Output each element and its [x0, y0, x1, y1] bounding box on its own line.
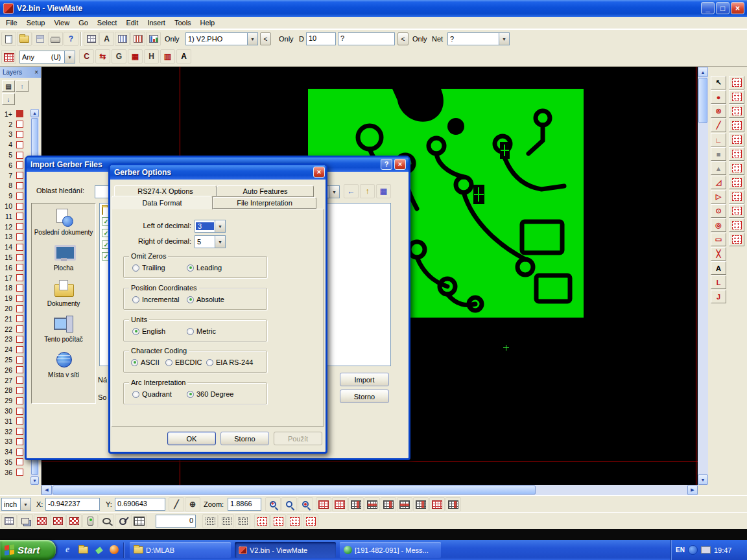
- layer-row[interactable]: 3: [0, 130, 30, 140]
- dcode-query-field[interactable]: ?: [338, 32, 395, 45]
- filled-rect-icon[interactable]: ■: [711, 147, 726, 161]
- cross-lines-icon[interactable]: ╳: [711, 247, 726, 261]
- count-field[interactable]: 0: [156, 515, 196, 528]
- layer-color-swatch[interactable]: [16, 161, 23, 169]
- pad-select-icon-3[interactable]: [287, 514, 302, 528]
- import-button[interactable]: Import: [340, 373, 389, 386]
- swap-tool-icon[interactable]: ⇆: [95, 49, 110, 64]
- menu-file[interactable]: File: [1, 18, 22, 28]
- radio-english[interactable]: English: [132, 327, 165, 335]
- layer-row[interactable]: 2: [0, 119, 30, 130]
- menu-select[interactable]: Select: [93, 18, 122, 28]
- layer-color-swatch[interactable]: [16, 203, 23, 210]
- dropdown-arrow-icon[interactable]: ▼: [215, 236, 225, 248]
- origin-crosshair-icon[interactable]: ⊕: [185, 497, 200, 511]
- menu-edit[interactable]: Edit: [121, 18, 143, 28]
- radio-leading[interactable]: Leading: [187, 264, 222, 272]
- taskbar-task[interactable]: [191-482-091] - Mess...: [340, 542, 441, 558]
- scroll-left-icon[interactable]: ◀: [42, 485, 52, 495]
- menu-setup[interactable]: Setup: [22, 18, 50, 28]
- pad-pattern-icon-3[interactable]: [66, 514, 82, 528]
- back-icon[interactable]: ←: [344, 184, 359, 198]
- aperture-pad-icon-11[interactable]: [729, 218, 744, 232]
- aperture-pad-icon-5[interactable]: [729, 133, 744, 146]
- l-shape-tool-icon[interactable]: L: [711, 275, 726, 289]
- layer-color-swatch[interactable]: [16, 469, 23, 476]
- zoom-window-icon[interactable]: [281, 497, 297, 511]
- menu-go[interactable]: Go: [74, 18, 93, 28]
- layer-color-swatch[interactable]: [16, 336, 23, 343]
- aperture-grid-icon-4[interactable]: [364, 497, 380, 511]
- radio-trailing[interactable]: Trailing: [132, 264, 165, 272]
- layer-color-swatch[interactable]: [16, 295, 23, 302]
- menu-tools[interactable]: Tools: [170, 18, 196, 28]
- layer-row[interactable]: 4: [0, 139, 30, 150]
- dropdown-arrow-icon[interactable]: ▼: [329, 186, 339, 198]
- layer-color-swatch[interactable]: [16, 131, 23, 138]
- columns-red-icon[interactable]: [130, 32, 145, 46]
- draw-angle-icon[interactable]: ∟: [711, 133, 726, 146]
- draw-line-icon[interactable]: ╱: [711, 119, 726, 132]
- dialog-close-icon[interactable]: ×: [313, 167, 325, 178]
- menu-help[interactable]: Help: [196, 18, 220, 28]
- layer-stack-icon[interactable]: [18, 514, 33, 528]
- layer-color-swatch[interactable]: [16, 428, 23, 435]
- layer-color-swatch[interactable]: [16, 315, 23, 322]
- flash-point-icon[interactable]: ●: [711, 90, 726, 104]
- dialog-help-icon[interactable]: ?: [381, 159, 392, 170]
- corner-triangle-icon[interactable]: ◿: [711, 176, 726, 189]
- columns-icon[interactable]: [115, 32, 130, 46]
- layer-color-swatch[interactable]: [16, 213, 23, 220]
- ok-button[interactable]: OK: [167, 432, 216, 445]
- tab-data-format[interactable]: Data Format: [112, 196, 213, 209]
- aperture-pad-icon-9[interactable]: [729, 190, 744, 204]
- restore-button[interactable]: □: [716, 2, 729, 14]
- minimize-button[interactable]: _: [701, 2, 715, 14]
- gerber-tool-icon[interactable]: G: [112, 49, 126, 64]
- layer-color-swatch[interactable]: [16, 438, 23, 445]
- layer-color-swatch[interactable]: [16, 274, 23, 281]
- pad-grid-tool-icon[interactable]: ▦: [128, 49, 143, 64]
- vertical-scrollbar[interactable]: ▲ ▼: [698, 67, 708, 485]
- layer-down-icon[interactable]: ↓: [2, 93, 15, 105]
- internet-explorer-icon[interactable]: e: [61, 543, 74, 556]
- place-item[interactable]: Tento počítač: [32, 310, 95, 346]
- radio-quadrant[interactable]: Quadrant: [132, 390, 172, 398]
- zoom-field[interactable]: 1.8866: [228, 498, 261, 511]
- text-size-icon[interactable]: A: [99, 32, 114, 46]
- zoom-redraw-icon[interactable]: [298, 497, 313, 511]
- pad-select-icon-2[interactable]: [270, 514, 286, 528]
- layers-panel-header[interactable]: Layers ×: [0, 67, 41, 78]
- radio-360-degree[interactable]: 360 Degree: [187, 390, 234, 398]
- layer-color-swatch[interactable]: [16, 152, 23, 159]
- text-tool-icon[interactable]: A: [176, 49, 191, 64]
- print-icon[interactable]: [48, 32, 63, 46]
- save-file-icon[interactable]: [32, 32, 47, 46]
- place-item[interactable]: Poslední dokumenty: [32, 204, 95, 239]
- aperture-grid-icon-2[interactable]: [332, 497, 348, 511]
- filled-triangle-icon[interactable]: ▲: [711, 161, 726, 175]
- pad-pattern-icon-2[interactable]: [50, 514, 65, 528]
- scroll-down-icon[interactable]: ▼: [698, 474, 708, 485]
- aperture-pad-icon-2[interactable]: [729, 90, 744, 104]
- highlight-traffic-icon[interactable]: [82, 514, 98, 528]
- close-panel-icon[interactable]: ×: [34, 69, 38, 76]
- dot-grid-icon-2[interactable]: [219, 514, 234, 528]
- bullseye-icon[interactable]: ◎: [711, 218, 726, 232]
- views-icon[interactable]: ▦: [376, 184, 391, 198]
- probe-icon[interactable]: [115, 514, 130, 528]
- layer-color-swatch[interactable]: [16, 110, 23, 117]
- dropdown-arrow-icon[interactable]: ▼: [247, 33, 257, 45]
- import-cancel-button[interactable]: Storno: [340, 390, 389, 403]
- prev-dcode-button[interactable]: <: [397, 32, 409, 45]
- x-coordinate-field[interactable]: -0.942237: [45, 498, 100, 511]
- aperture-pad-icon-6[interactable]: [729, 147, 744, 161]
- pad-stack-icon[interactable]: ⊚: [711, 104, 726, 118]
- language-indicator[interactable]: EN: [676, 546, 685, 554]
- taskbar-task[interactable]: V2.bin - ViewMate: [235, 542, 336, 558]
- aperture-grid-icon-8[interactable]: [429, 497, 445, 511]
- input-tray-icon[interactable]: [701, 546, 711, 554]
- scroll-up-icon[interactable]: ▲: [30, 109, 39, 117]
- aperture-pad-icon-7[interactable]: [729, 161, 744, 175]
- layer-color-swatch[interactable]: [16, 305, 23, 312]
